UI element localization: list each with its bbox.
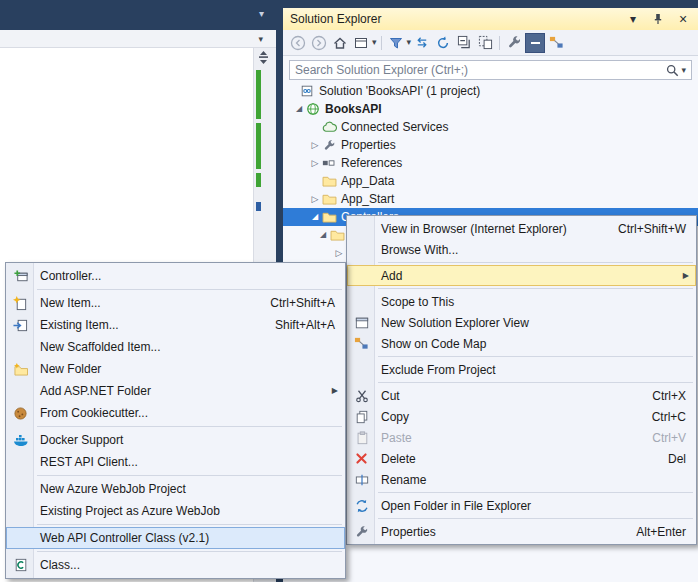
properties-wrench-icon[interactable]: [504, 33, 524, 53]
switch-views-icon[interactable]: [351, 33, 371, 53]
menu-item-view-in-browser[interactable]: View in Browser (Internet Explorer) Ctrl…: [347, 218, 696, 239]
menu-item-docker-support[interactable]: Docker Support: [6, 429, 345, 451]
menu-item-browse-with[interactable]: Browse With...: [347, 239, 696, 260]
menu-separator: [37, 524, 342, 525]
splitter-handle-icon[interactable]: [258, 50, 269, 68]
refresh-icon[interactable]: [433, 33, 453, 53]
menu-item-copy[interactable]: Copy Ctrl+C: [347, 406, 696, 427]
expander-collapsed-icon[interactable]: ▷: [309, 141, 321, 150]
window-position-caret-icon[interactable]: ▾: [625, 11, 641, 27]
menu-separator: [37, 426, 342, 427]
menu-item-delete[interactable]: Delete Del: [347, 448, 696, 469]
search-box[interactable]: ▾: [289, 60, 692, 80]
menu-item-cut[interactable]: Cut Ctrl+X: [347, 385, 696, 406]
tree-item-references[interactable]: ▷ References: [283, 154, 698, 172]
menu-item-class[interactable]: Class...: [6, 554, 345, 576]
code-map-icon: [353, 336, 370, 352]
menu-separator: [378, 518, 693, 519]
menu-separator: [378, 492, 693, 493]
tree-item-app-data[interactable]: App_Data: [283, 172, 698, 190]
change-tracking-mark: [256, 202, 261, 211]
tree-item-solution[interactable]: Solution 'BooksAPI' (1 project): [283, 82, 698, 100]
editor-header-bar: ▾: [0, 30, 276, 48]
menu-item-new-azure-webjob-project[interactable]: New Azure WebJob Project: [6, 478, 345, 500]
expander-collapsed-icon[interactable]: ▷: [309, 159, 321, 168]
toolbar-separator: [381, 36, 382, 50]
docker-icon: [12, 432, 29, 448]
menu-separator: [378, 356, 693, 357]
tree-item-connected-services[interactable]: Connected Services: [283, 118, 698, 136]
properties-wrench-icon: [353, 524, 370, 540]
menu-item-new-item[interactable]: New Item... Ctrl+Shift+A: [6, 292, 345, 314]
visual-studio-window: ▾ ▾ Solution Explorer ▾ ×: [0, 0, 698, 582]
menu-separator: [378, 382, 693, 383]
pending-changes-filter-icon[interactable]: [386, 33, 406, 53]
menu-item-rename[interactable]: Rename: [347, 469, 696, 490]
menu-item-web-api-controller-class[interactable]: Web API Controller Class (v2.1): [6, 527, 345, 549]
search-options-caret-icon[interactable]: ▾: [681, 66, 686, 75]
expander-expanded-icon[interactable]: ◢: [317, 231, 329, 239]
folder-icon: [321, 191, 337, 207]
menu-item-scope-to-this[interactable]: Scope to This: [347, 291, 696, 312]
menu-item-new-folder[interactable]: New Folder: [6, 358, 345, 380]
menu-item-add-aspnet-folder[interactable]: Add ASP.NET Folder ▶: [6, 380, 345, 402]
home-icon[interactable]: [330, 33, 350, 53]
toolbar-overflow-caret-icon[interactable]: ▾: [259, 9, 264, 19]
menu-item-properties[interactable]: Properties Alt+Enter: [347, 521, 696, 542]
menu-item-exclude-from-project[interactable]: Exclude From Project: [347, 359, 696, 380]
menu-item-rest-api-client[interactable]: REST API Client...: [6, 451, 345, 473]
code-map-icon[interactable]: [546, 33, 566, 53]
add-controller-icon: [12, 268, 29, 284]
tree-item-project-booksapi[interactable]: ◢ BooksAPI: [283, 100, 698, 118]
cookiecutter-icon: [12, 405, 29, 421]
expander-expanded-icon[interactable]: ◢: [309, 213, 321, 221]
menu-item-open-folder-in-file-explorer[interactable]: Open Folder in File Explorer: [347, 495, 696, 516]
cut-icon: [353, 388, 370, 404]
collapse-all-icon[interactable]: [454, 33, 474, 53]
menu-item-new-solution-explorer-view[interactable]: New Solution Explorer View: [347, 312, 696, 333]
dash-icon: [531, 42, 540, 44]
close-icon[interactable]: ×: [675, 11, 691, 27]
expander-expanded-icon[interactable]: ◢: [293, 105, 305, 113]
switch-views-caret-icon[interactable]: ▾: [372, 38, 377, 47]
expander-collapsed-icon[interactable]: ▷: [309, 195, 321, 204]
show-all-files-icon[interactable]: [475, 33, 495, 53]
pin-icon[interactable]: [650, 11, 666, 27]
submenu-arrow-icon: ▶: [332, 387, 338, 395]
tree-item-properties[interactable]: ▷ Properties: [283, 136, 698, 154]
back-icon[interactable]: [288, 33, 308, 53]
new-solution-explorer-view-icon: [353, 315, 370, 331]
solution-icon: [299, 83, 315, 99]
search-input[interactable]: [295, 63, 666, 77]
folder-icon: [321, 173, 337, 189]
tree-item-label: Solution 'BooksAPI' (1 project): [319, 84, 480, 98]
tool-window-title-bar[interactable]: Solution Explorer ▾ ×: [283, 8, 698, 30]
menu-item-controller[interactable]: Controller...: [6, 265, 345, 287]
preview-selected-items-toggle[interactable]: [525, 33, 545, 53]
menu-item-existing-project-as-azure-webjob[interactable]: Existing Project as Azure WebJob: [6, 500, 345, 522]
forward-icon[interactable]: [309, 33, 329, 53]
change-tracking-mark: [256, 70, 261, 119]
menu-item-show-on-code-map[interactable]: Show on Code Map: [347, 333, 696, 354]
web-project-icon: [305, 101, 321, 117]
document-dropdown-caret-icon[interactable]: ▾: [258, 35, 263, 44]
filter-caret-icon[interactable]: ▾: [407, 38, 412, 47]
menu-item-new-scaffolded-item[interactable]: New Scaffolded Item...: [6, 336, 345, 358]
search-icon[interactable]: [666, 64, 679, 77]
rename-icon: [353, 472, 370, 488]
tree-item-label: App_Start: [341, 192, 394, 206]
new-folder-icon: [12, 361, 29, 377]
new-item-icon: [12, 295, 29, 311]
expander-collapsed-icon[interactable]: ▷: [333, 249, 345, 258]
menu-item-add[interactable]: Add ▶: [347, 265, 696, 286]
properties-wrench-icon: [321, 137, 337, 153]
folder-icon: [329, 227, 345, 243]
paste-icon: [353, 430, 370, 446]
tree-item-app-start[interactable]: ▷ App_Start: [283, 190, 698, 208]
class-icon: [12, 557, 29, 573]
toolbar-separator: [499, 36, 500, 50]
menu-item-from-cookiecutter[interactable]: From Cookiecutter...: [6, 402, 345, 424]
sync-with-active-document-icon[interactable]: [412, 33, 432, 53]
window-title-bar: ▾: [0, 0, 276, 30]
menu-item-existing-item[interactable]: Existing Item... Shift+Alt+A: [6, 314, 345, 336]
